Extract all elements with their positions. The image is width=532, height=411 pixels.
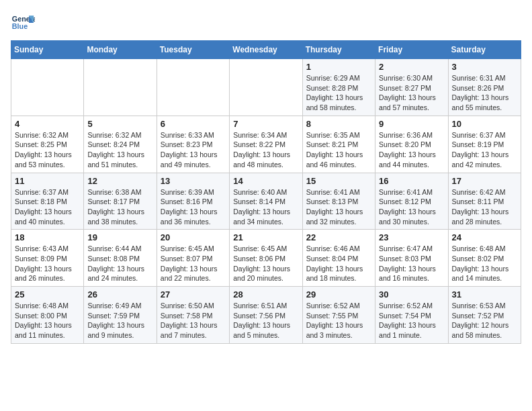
calendar-table: SundayMondayTuesdayWednesdayThursdayFrid… [11,40,521,344]
day-number: 30 [379,289,444,300]
calendar-week-3: 11Sunrise: 6:37 AMSunset: 8:18 PMDayligh… [11,173,521,230]
day-info: Sunrise: 6:31 AMSunset: 8:26 PMDaylight:… [452,73,517,113]
day-number: 18 [15,232,80,242]
calendar-cell: 12Sunrise: 6:38 AMSunset: 8:17 PMDayligh… [84,173,157,230]
calendar-cell: 23Sunrise: 6:47 AMSunset: 8:03 PMDayligh… [375,230,448,287]
calendar-cell: 18Sunrise: 6:43 AMSunset: 8:09 PMDayligh… [11,230,84,287]
day-number: 25 [15,289,80,300]
day-number: 6 [161,119,226,129]
column-header-monday: Monday [84,41,157,59]
header: General Blue [11,11,521,35]
day-info: Sunrise: 6:44 AMSunset: 8:08 PMDaylight:… [87,244,152,283]
calendar-cell [230,59,302,116]
day-info: Sunrise: 6:53 AMSunset: 7:52 PMDaylight:… [452,301,517,340]
day-number: 22 [306,232,371,242]
calendar-cell: 9Sunrise: 6:36 AMSunset: 8:20 PMDaylight… [375,116,448,173]
day-number: 2 [379,62,444,72]
column-header-thursday: Thursday [302,41,375,59]
calendar-week-5: 25Sunrise: 6:48 AMSunset: 8:00 PMDayligh… [11,287,521,344]
day-number: 3 [452,62,517,72]
day-info: Sunrise: 6:38 AMSunset: 8:17 PMDaylight:… [87,187,152,227]
day-info: Sunrise: 6:45 AMSunset: 8:07 PMDaylight:… [161,244,226,283]
calendar-cell: 10Sunrise: 6:37 AMSunset: 8:19 PMDayligh… [448,116,521,173]
calendar-cell: 30Sunrise: 6:52 AMSunset: 7:54 PMDayligh… [375,287,448,344]
day-info: Sunrise: 6:34 AMSunset: 8:22 PMDaylight:… [233,130,298,170]
calendar-cell: 19Sunrise: 6:44 AMSunset: 8:08 PMDayligh… [84,230,157,287]
calendar-cell: 26Sunrise: 6:49 AMSunset: 7:59 PMDayligh… [84,287,157,344]
calendar-cell: 24Sunrise: 6:48 AMSunset: 8:02 PMDayligh… [448,230,521,287]
day-info: Sunrise: 6:32 AMSunset: 8:25 PMDaylight:… [15,130,80,170]
day-info: Sunrise: 6:46 AMSunset: 8:04 PMDaylight:… [306,244,371,283]
calendar-cell [84,59,157,116]
day-info: Sunrise: 6:33 AMSunset: 8:23 PMDaylight:… [161,130,226,170]
day-number: 4 [15,119,80,129]
calendar-cell: 2Sunrise: 6:30 AMSunset: 8:27 PMDaylight… [375,59,448,116]
day-info: Sunrise: 6:48 AMSunset: 8:00 PMDaylight:… [15,301,80,340]
calendar-cell: 5Sunrise: 6:32 AMSunset: 8:24 PMDaylight… [84,116,157,173]
day-number: 24 [452,232,517,242]
day-number: 12 [87,176,152,186]
day-info: Sunrise: 6:29 AMSunset: 8:28 PMDaylight:… [306,73,371,113]
day-info: Sunrise: 6:43 AMSunset: 8:09 PMDaylight:… [15,244,80,283]
calendar-week-2: 4Sunrise: 6:32 AMSunset: 8:25 PMDaylight… [11,116,521,173]
column-header-friday: Friday [375,41,448,59]
day-info: Sunrise: 6:30 AMSunset: 8:27 PMDaylight:… [379,73,444,113]
day-info: Sunrise: 6:52 AMSunset: 7:54 PMDaylight:… [379,301,444,340]
day-number: 27 [161,289,226,300]
day-number: 10 [452,119,517,129]
logo-icon: General Blue [11,11,35,35]
calendar-cell: 29Sunrise: 6:52 AMSunset: 7:55 PMDayligh… [302,287,375,344]
day-number: 9 [379,119,444,129]
calendar-week-4: 18Sunrise: 6:43 AMSunset: 8:09 PMDayligh… [11,230,521,287]
day-number: 20 [161,232,226,242]
day-info: Sunrise: 6:41 AMSunset: 8:12 PMDaylight:… [379,187,444,227]
day-info: Sunrise: 6:40 AMSunset: 8:14 PMDaylight:… [233,187,298,227]
calendar-cell: 14Sunrise: 6:40 AMSunset: 8:14 PMDayligh… [230,173,302,230]
calendar-cell: 25Sunrise: 6:48 AMSunset: 8:00 PMDayligh… [11,287,84,344]
calendar-cell: 13Sunrise: 6:39 AMSunset: 8:16 PMDayligh… [157,173,229,230]
calendar-week-1: 1Sunrise: 6:29 AMSunset: 8:28 PMDaylight… [11,59,521,116]
calendar-cell: 31Sunrise: 6:53 AMSunset: 7:52 PMDayligh… [448,287,521,344]
day-number: 16 [379,176,444,186]
calendar-cell: 16Sunrise: 6:41 AMSunset: 8:12 PMDayligh… [375,173,448,230]
day-number: 26 [87,289,152,300]
day-number: 28 [233,289,298,300]
day-info: Sunrise: 6:32 AMSunset: 8:24 PMDaylight:… [87,130,152,170]
day-number: 23 [379,232,444,242]
day-info: Sunrise: 6:49 AMSunset: 7:59 PMDaylight:… [87,301,152,340]
day-info: Sunrise: 6:50 AMSunset: 7:58 PMDaylight:… [161,301,226,340]
day-info: Sunrise: 6:47 AMSunset: 8:03 PMDaylight:… [379,244,444,283]
day-number: 11 [15,176,80,186]
calendar-cell: 7Sunrise: 6:34 AMSunset: 8:22 PMDaylight… [230,116,302,173]
day-info: Sunrise: 6:52 AMSunset: 7:55 PMDaylight:… [306,301,371,340]
day-number: 19 [87,232,152,242]
calendar-cell: 6Sunrise: 6:33 AMSunset: 8:23 PMDaylight… [157,116,229,173]
day-number: 1 [306,62,371,72]
day-number: 7 [233,119,298,129]
day-info: Sunrise: 6:39 AMSunset: 8:16 PMDaylight:… [161,187,226,227]
calendar-cell: 11Sunrise: 6:37 AMSunset: 8:18 PMDayligh… [11,173,84,230]
day-info: Sunrise: 6:42 AMSunset: 8:11 PMDaylight:… [452,187,517,227]
day-number: 13 [161,176,226,186]
svg-text:Blue: Blue [12,22,28,30]
day-number: 29 [306,289,371,300]
day-info: Sunrise: 6:51 AMSunset: 7:56 PMDaylight:… [233,301,298,340]
day-number: 31 [452,289,517,300]
day-info: Sunrise: 6:37 AMSunset: 8:19 PMDaylight:… [452,130,517,170]
calendar-cell: 3Sunrise: 6:31 AMSunset: 8:26 PMDaylight… [448,59,521,116]
calendar-cell [157,59,229,116]
day-info: Sunrise: 6:36 AMSunset: 8:20 PMDaylight:… [379,130,444,170]
column-header-sunday: Sunday [11,41,84,59]
column-header-wednesday: Wednesday [230,41,302,59]
calendar-cell: 1Sunrise: 6:29 AMSunset: 8:28 PMDaylight… [302,59,375,116]
calendar-cell: 27Sunrise: 6:50 AMSunset: 7:58 PMDayligh… [157,287,229,344]
day-number: 17 [452,176,517,186]
day-info: Sunrise: 6:37 AMSunset: 8:18 PMDaylight:… [15,187,80,227]
calendar-cell: 20Sunrise: 6:45 AMSunset: 8:07 PMDayligh… [157,230,229,287]
day-number: 21 [233,232,298,242]
calendar-cell: 22Sunrise: 6:46 AMSunset: 8:04 PMDayligh… [302,230,375,287]
calendar-cell: 15Sunrise: 6:41 AMSunset: 8:13 PMDayligh… [302,173,375,230]
day-info: Sunrise: 6:48 AMSunset: 8:02 PMDaylight:… [452,244,517,283]
column-header-saturday: Saturday [448,41,521,59]
calendar-header-row: SundayMondayTuesdayWednesdayThursdayFrid… [11,41,521,59]
